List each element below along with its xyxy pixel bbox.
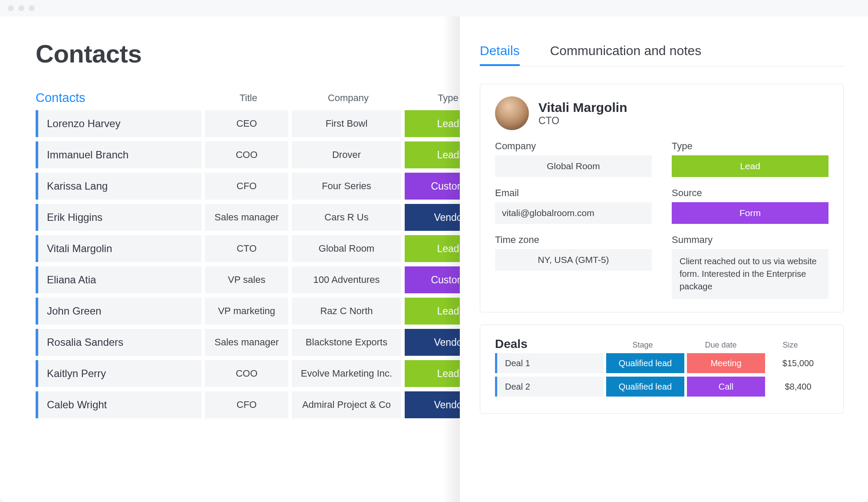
column-company: Company (292, 92, 405, 104)
cell-company: Raz C North (292, 298, 401, 325)
column-type: Type (405, 92, 460, 104)
app-window: Contacts Contacts Title Company Type Lor… (0, 0, 868, 502)
cell-title: CTO (205, 235, 288, 262)
cell-title: Sales manager (205, 204, 288, 231)
cell-name[interactable]: Karissa Lang (36, 173, 201, 200)
profile-header: Vitali Margolin CTO (495, 96, 828, 130)
deal-name[interactable]: Deal 2 (495, 377, 604, 397)
label-email: Email (495, 187, 652, 199)
cell-type[interactable]: Lead (405, 235, 460, 262)
contacts-table: Contacts Title Company Type Lorenzo Harv… (36, 91, 460, 418)
label-source: Source (672, 187, 828, 199)
cell-company: Drover (292, 141, 401, 168)
tab-communication[interactable]: Communication and notes (550, 43, 702, 66)
value-source[interactable]: Form (672, 202, 828, 224)
cell-company: Global Room (292, 235, 401, 262)
contacts-panel: Contacts Contacts Title Company Type Lor… (0, 16, 460, 502)
cell-company: Cars R Us (292, 204, 401, 231)
deal-size: $15,000 (768, 353, 828, 373)
cell-company: Blackstone Exports (292, 329, 401, 356)
cell-type[interactable]: Vendo (405, 329, 460, 356)
deal-due[interactable]: Meeting (687, 353, 765, 373)
cell-type[interactable]: Vendo (405, 204, 460, 231)
contacts-header-label[interactable]: Contacts (36, 91, 205, 105)
cell-title: CFO (205, 173, 288, 200)
cell-company: Four Series (292, 173, 401, 200)
deals-header: Stage Due date Size (495, 341, 828, 350)
table-row[interactable]: Caleb WrightCFOAdmiral Project & CoVendo (36, 391, 460, 418)
cell-type[interactable]: Lead (405, 360, 460, 387)
value-timezone[interactable]: NY, USA (GMT-5) (495, 249, 652, 271)
deals-card: Deals Stage Due date Size Deal 1Qualifie… (480, 325, 844, 413)
cell-name[interactable]: Vitali Margolin (36, 235, 201, 262)
cell-company: Admiral Project & Co (292, 391, 401, 418)
value-type[interactable]: Lead (672, 155, 828, 177)
cell-name[interactable]: Eliana Atia (36, 266, 201, 293)
detail-fields: Company Global Room Type Lead Email vita… (495, 141, 828, 299)
deals-col-stage: Stage (604, 341, 682, 350)
column-title: Title (205, 92, 292, 104)
cell-type[interactable]: Custom (405, 173, 460, 200)
table-row[interactable]: Eliana AtiaVP sales100 AdventuresCustom (36, 266, 460, 293)
deal-row[interactable]: Deal 2Qualified leadCall$8,400 (495, 377, 828, 397)
label-timezone: Time zone (495, 234, 652, 246)
deal-name[interactable]: Deal 1 (495, 353, 604, 373)
value-company[interactable]: Global Room (495, 155, 652, 177)
value-email[interactable]: vitali@globalroom.com (495, 202, 652, 224)
window-minimize-icon[interactable] (18, 5, 24, 11)
contacts-table-header: Contacts Title Company Type (36, 91, 460, 105)
cell-company: First Bowl (292, 110, 401, 137)
table-row[interactable]: John GreenVP marketingRaz C NorthLead (36, 298, 460, 325)
window-maximize-icon[interactable] (29, 5, 35, 11)
deal-row[interactable]: Deal 1Qualified leadMeeting$15,000 (495, 353, 828, 373)
deal-stage[interactable]: Qualified lead (606, 353, 684, 373)
cell-type[interactable]: Lead (405, 110, 460, 137)
deal-size: $8,400 (768, 377, 828, 397)
window-close-icon[interactable] (8, 5, 14, 11)
avatar (495, 96, 529, 130)
cell-title: VP marketing (205, 298, 288, 325)
table-row[interactable]: Vitali MargolinCTOGlobal RoomLead (36, 235, 460, 262)
cell-type[interactable]: Vendo (405, 391, 460, 418)
window-titlebar (0, 0, 868, 16)
cell-name[interactable]: Immanuel Branch (36, 141, 201, 168)
field-company: Company Global Room (495, 141, 652, 177)
field-summary: Summary Client reached out to us via web… (672, 234, 828, 299)
cell-type[interactable]: Custom (405, 266, 460, 293)
detail-panel: Details Communication and notes Vitali M… (460, 16, 868, 502)
page-title: Contacts (36, 39, 460, 68)
cell-name[interactable]: Kaitlyn Perry (36, 360, 201, 387)
cell-title: CEO (205, 110, 288, 137)
cell-name[interactable]: Caleb Wright (36, 391, 201, 418)
deals-col-size: Size (760, 341, 821, 350)
table-row[interactable]: Karissa LangCFOFour SeriesCustom (36, 173, 460, 200)
cell-type[interactable]: Lead (405, 141, 460, 168)
table-row[interactable]: Lorenzo HarveyCEOFirst BowlLead (36, 110, 460, 137)
cell-name[interactable]: John Green (36, 298, 201, 325)
label-company: Company (495, 141, 652, 152)
profile-title: CTO (538, 115, 627, 127)
field-source: Source Form (672, 187, 828, 224)
label-summary: Summary (672, 234, 828, 246)
deal-stage[interactable]: Qualified lead (606, 377, 684, 397)
deal-due[interactable]: Call (687, 377, 765, 397)
field-email: Email vitali@globalroom.com (495, 187, 652, 224)
cell-name[interactable]: Lorenzo Harvey (36, 110, 201, 137)
value-summary[interactable]: Client reached out to us via website for… (672, 249, 828, 299)
cell-type[interactable]: Lead (405, 298, 460, 325)
table-row[interactable]: Immanuel BranchCOODroverLead (36, 141, 460, 168)
cell-title: VP sales (205, 266, 288, 293)
contact-detail-card: Vitali Margolin CTO Company Global Room … (480, 84, 844, 312)
cell-company: Evolve Marketing Inc. (292, 360, 401, 387)
detail-tabs: Details Communication and notes (480, 43, 844, 66)
tab-details[interactable]: Details (480, 43, 520, 66)
table-row[interactable]: Rosalia SandersSales managerBlackstone E… (36, 329, 460, 356)
cell-name[interactable]: Rosalia Sanders (36, 329, 201, 356)
cell-name[interactable]: Erik Higgins (36, 204, 201, 231)
profile-name: Vitali Margolin (538, 100, 627, 115)
table-row[interactable]: Erik HigginsSales managerCars R UsVendo (36, 204, 460, 231)
table-row[interactable]: Kaitlyn PerryCOOEvolve Marketing Inc.Lea… (36, 360, 460, 387)
cell-title: CFO (205, 391, 288, 418)
field-timezone: Time zone NY, USA (GMT-5) (495, 234, 652, 299)
cell-title: COO (205, 141, 288, 168)
